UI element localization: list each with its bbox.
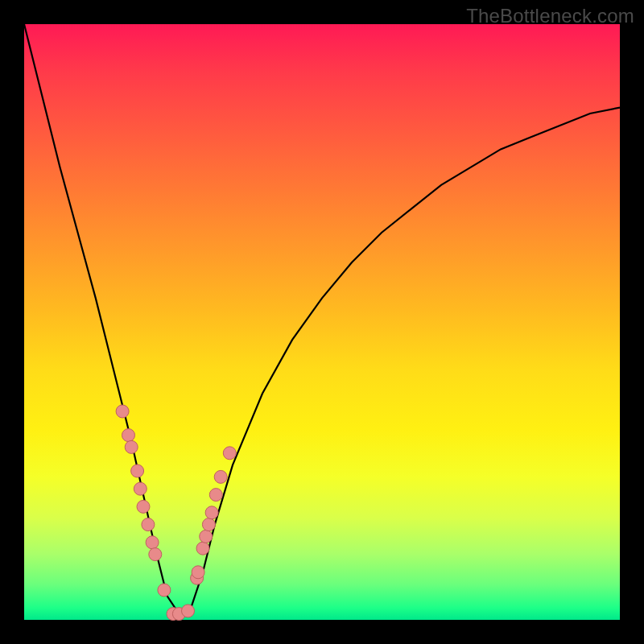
measured-dot [200,530,213,543]
measured-dot [125,440,138,453]
chart-frame: TheBottleneck.com [0,0,644,644]
measured-dot [182,605,195,617]
measured-dots-group [116,405,236,621]
bottleneck-curve [24,24,620,614]
measured-dot [131,464,144,477]
curve-svg [24,24,620,620]
measured-dot [142,518,155,531]
measured-dot [214,470,227,483]
measured-dot [122,429,135,442]
watermark-label: TheBottleneck.com [466,5,634,27]
measured-dot [209,489,222,502]
measured-dot [116,405,129,418]
measured-dot [223,447,236,460]
measured-dot [205,506,218,519]
measured-dot [134,482,147,495]
measured-dot [196,542,209,555]
measured-dot [202,518,215,531]
measured-dot [158,584,171,597]
measured-dot [149,548,162,561]
measured-dot [137,500,150,513]
plot-area [24,24,620,620]
measured-dot [146,536,159,549]
measured-dot [192,566,204,579]
